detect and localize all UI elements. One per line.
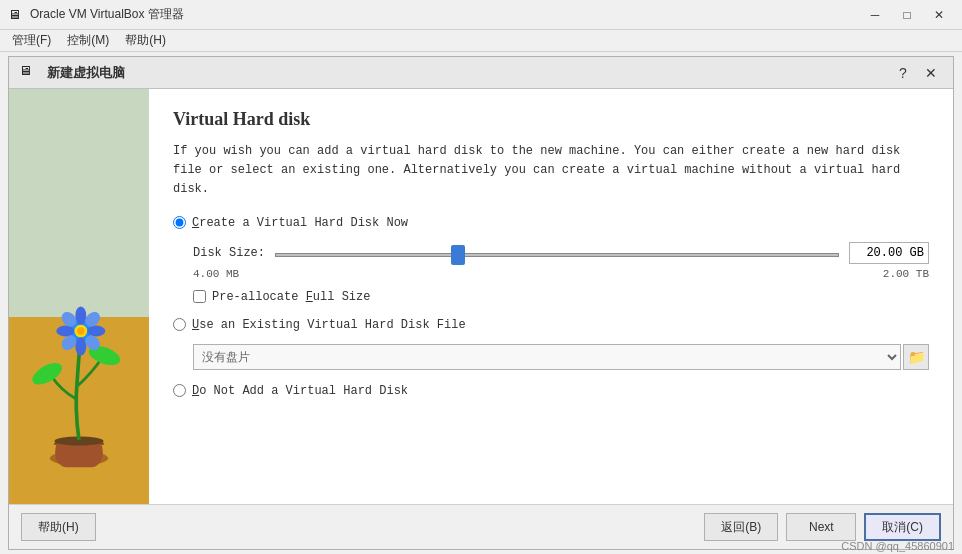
disk-file-dropdown[interactable]: 没有盘片: [193, 344, 901, 370]
help-button[interactable]: 帮助(H): [21, 513, 96, 541]
radio-existing-label: Use an Existing Virtual Hard Disk File: [192, 318, 466, 332]
dialog-controls: ? ✕: [891, 62, 943, 84]
dialog-help-button[interactable]: ?: [891, 62, 915, 84]
dialog-icon: 🖥: [19, 63, 39, 83]
close-button[interactable]: ✕: [924, 5, 954, 25]
browse-button[interactable]: 📁: [903, 344, 929, 370]
radio-existing-option[interactable]: Use an Existing Virtual Hard Disk File: [173, 318, 929, 332]
slider-min-label: 4.00 MB: [193, 268, 239, 280]
dialog-title: 新建虚拟电脑: [47, 64, 891, 82]
radio-create-now-option[interactable]: Create a Virtual Hard Disk Now: [173, 216, 929, 230]
content-area: Virtual Hard disk If you wish you can ad…: [149, 89, 953, 504]
bottom-left-buttons: 帮助(H): [21, 513, 96, 541]
svg-point-8: [87, 326, 105, 337]
slider-labels: 4.00 MB 2.00 TB: [173, 268, 929, 280]
dialog-close-button[interactable]: ✕: [919, 62, 943, 84]
window-controls: ─ □ ✕: [860, 5, 954, 25]
app-icon: 🖥: [8, 7, 24, 23]
pre-allocate-checkbox[interactable]: [193, 290, 206, 303]
bottom-bar: 帮助(H) 返回(B) Next 取消(C): [9, 504, 953, 549]
title-bar: 🖥 Oracle VM VirtualBox 管理器 ─ □ ✕: [0, 0, 962, 30]
disk-size-slider[interactable]: [275, 253, 839, 257]
left-decorative-panel: [9, 89, 149, 504]
disk-size-row: Disk Size:: [173, 242, 929, 264]
disk-size-input[interactable]: [849, 242, 929, 264]
menu-manage[interactable]: 管理(F): [4, 30, 59, 51]
maximize-button[interactable]: □: [892, 5, 922, 25]
radio-no-disk-label: Do Not Add a Virtual Hard Disk: [192, 384, 408, 398]
pre-allocate-label: Pre-allocate Full Size: [212, 290, 370, 304]
description-text: If you wish you can add a virtual hard d…: [173, 142, 929, 200]
svg-point-7: [56, 326, 74, 337]
next-button[interactable]: Next: [786, 513, 856, 541]
radio-create-now-label: Create a Virtual Hard Disk Now: [192, 216, 408, 230]
dialog-title-bar: 🖥 新建虚拟电脑 ? ✕: [9, 57, 953, 89]
radio-create-now[interactable]: [173, 216, 186, 229]
menu-help[interactable]: 帮助(H): [117, 30, 174, 51]
menu-bar: 管理(F) 控制(M) 帮助(H): [0, 30, 962, 52]
window-title: Oracle VM VirtualBox 管理器: [30, 6, 860, 23]
radio-no-disk-option[interactable]: Do Not Add a Virtual Hard Disk: [173, 384, 929, 398]
dropdown-row: 没有盘片 📁: [173, 344, 929, 370]
flower-decoration: [19, 281, 139, 481]
pre-allocate-row[interactable]: Pre-allocate Full Size: [173, 290, 929, 304]
svg-point-14: [77, 327, 84, 334]
slider-max-label: 2.00 TB: [883, 268, 929, 280]
decoration-area: [19, 281, 139, 484]
bottom-right-buttons: 返回(B) Next 取消(C): [704, 513, 941, 541]
main-window: 🖥 新建虚拟电脑 ? ✕: [8, 56, 954, 550]
svg-point-2: [29, 358, 66, 389]
disk-size-label: Disk Size:: [193, 246, 265, 260]
menu-control[interactable]: 控制(M): [59, 30, 117, 51]
svg-point-6: [75, 337, 86, 355]
radio-existing[interactable]: [173, 318, 186, 331]
watermark: CSDN @qq_45860901: [841, 540, 954, 552]
back-button[interactable]: 返回(B): [704, 513, 778, 541]
radio-no-disk[interactable]: [173, 384, 186, 397]
section-title: Virtual Hard disk: [173, 109, 929, 130]
minimize-button[interactable]: ─: [860, 5, 890, 25]
svg-point-5: [75, 306, 86, 324]
cancel-button[interactable]: 取消(C): [864, 513, 941, 541]
slider-container: [275, 245, 839, 260]
dialog-body: Virtual Hard disk If you wish you can ad…: [9, 89, 953, 504]
